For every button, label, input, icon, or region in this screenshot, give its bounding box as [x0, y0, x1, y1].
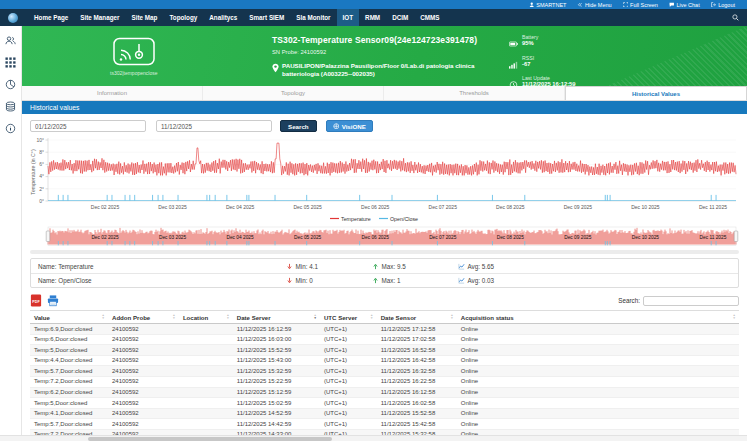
database-icon[interactable] — [5, 101, 16, 112]
sensor-sn: SN Probe: 24100592 — [272, 49, 509, 55]
scrollbar-thumb[interactable] — [88, 437, 332, 441]
rssi-info: RSSI -67 — [509, 55, 747, 73]
print-icon[interactable] — [47, 294, 59, 307]
cell-acquisition-status: Online — [457, 355, 739, 366]
svg-text:6°: 6° — [39, 161, 44, 167]
utility-hide-menu[interactable]: Hide Menu — [577, 2, 611, 8]
stats-row: Name: TemperatureMin: 4.1Max: 9.5Avg: 5.… — [31, 259, 738, 273]
app-logo[interactable] — [8, 13, 18, 23]
stat-name: Name: Temperature — [38, 263, 286, 270]
cell-date-sensor: 11/12/2025 16:32:58 — [377, 366, 457, 377]
cell-acquisition-status: Online — [457, 345, 739, 356]
search-button[interactable]: Search — [280, 120, 317, 132]
nav-item-iot[interactable]: IOT — [337, 9, 360, 26]
filter-row: Search VisiONE — [30, 120, 739, 132]
nav-item-dcim[interactable]: DCIM — [386, 9, 414, 26]
svg-text:Dec 08 2025: Dec 08 2025 — [496, 204, 525, 210]
nav-item-rmm[interactable]: RMM — [359, 9, 386, 26]
cell-utc-server: (UTC+1) — [320, 408, 377, 419]
table-row[interactable]: Temp:4.1,Door:closed2410059211/12/2025 1… — [30, 408, 739, 419]
cell-addon-probe: 24100592 — [108, 355, 179, 366]
navbar-search-icon[interactable] — [732, 14, 739, 21]
svg-text:Dec 02 2025: Dec 02 2025 — [91, 235, 119, 240]
table-header-row: Value▴▾Addon Probe▴▾Location▴▾Date Serve… — [30, 311, 739, 324]
date-from-input[interactable] — [30, 120, 146, 132]
device-box: ts302|tempopenclose — [22, 26, 272, 86]
tab-historical-values[interactable]: Historical Values — [565, 86, 747, 100]
utility-smartnet[interactable]: SMARTNET — [529, 2, 567, 8]
nav-item-smart-siem[interactable]: Smart SIEM — [243, 9, 290, 26]
svg-text:Temperature: Temperature — [341, 216, 371, 222]
cell-utc-server: (UTC+1) — [320, 355, 377, 366]
col-header-acquisition-status[interactable]: Acquisition status▴▾ — [457, 311, 739, 324]
sensor-header: ts302|tempopenclose TS302-Temperature Se… — [22, 26, 747, 86]
horizontal-scrollbar[interactable] — [0, 435, 747, 441]
table-row[interactable]: Temp:6.9,Door:closed2410059211/12/2025 1… — [30, 324, 739, 335]
nav-item-sla-monitor[interactable]: Sla Monitor — [290, 9, 336, 26]
cell-utc-server: (UTC+1) — [320, 345, 377, 356]
cell-value: Temp:7.2,Door:closed — [30, 376, 108, 387]
table-row[interactable]: Temp:6,Door:closed2410059211/12/2025 16:… — [30, 334, 739, 345]
cell-date-server: 11/12/2025 15:02:59 — [233, 398, 320, 409]
svg-text:Dec 11 2025: Dec 11 2025 — [700, 235, 727, 240]
temperature-chart[interactable]: 10°8°6°4°2°0°Temperature (in C°)Dec 02 2… — [30, 136, 739, 224]
svg-text:Dec 05 2025: Dec 05 2025 — [293, 204, 322, 210]
table-row[interactable]: Temp:6.2,Door:closed2410059211/12/2025 1… — [30, 387, 739, 398]
cell-date-server: 11/12/2025 14:42:59 — [233, 419, 320, 430]
utility-logout[interactable]: Logout — [711, 2, 735, 8]
users-icon[interactable] — [5, 35, 16, 46]
utility-live-chat[interactable]: Live Chat — [669, 2, 700, 8]
col-header-date-sensor[interactable]: Date Sensor▴▾ — [377, 311, 457, 324]
export-pdf-icon[interactable]: PDF — [30, 294, 42, 307]
nav-item-home-page[interactable]: Home Page — [28, 9, 74, 26]
col-header-location[interactable]: Location▴▾ — [179, 311, 233, 324]
utility-full-screen[interactable]: Full Screen — [623, 2, 658, 8]
table-controls: PDF Search: — [30, 294, 739, 307]
nav-item-site-map[interactable]: Site Map — [126, 9, 164, 26]
cell-value: Temp:5,Door:closed — [30, 345, 108, 356]
cell-date-server: 11/12/2025 15:32:59 — [233, 366, 320, 377]
svg-text:Dec 04 2025: Dec 04 2025 — [226, 204, 255, 210]
visione-button[interactable]: VisiONE — [326, 120, 373, 132]
cell-date-server: 11/12/2025 16:12:59 — [233, 324, 320, 335]
tab-thresholds[interactable]: Thresholds — [384, 86, 565, 100]
table-row[interactable]: Temp:5,Door:closed2410059211/12/2025 15:… — [30, 398, 739, 409]
utility-label: Logout — [718, 2, 735, 8]
max-arrow-icon — [372, 277, 379, 284]
date-to-input[interactable] — [156, 120, 272, 132]
table-row[interactable]: Temp:5.7,Door:closed2410059211/12/2025 1… — [30, 419, 739, 430]
section-bar: Historical values — [22, 101, 747, 114]
nav-item-topology[interactable]: Topology — [163, 9, 203, 26]
info-icon[interactable] — [5, 123, 16, 134]
rssi-label: RSSI — [522, 55, 534, 61]
battery-value: 95% — [522, 40, 538, 47]
sort-icon: ▴▾ — [102, 314, 104, 319]
svg-text:Dec 07 2025: Dec 07 2025 — [429, 204, 458, 210]
nav-item-cmms[interactable]: CMMS — [414, 9, 445, 26]
cell-date-sensor: 11/12/2025 16:02:58 — [377, 398, 457, 409]
table-search-input[interactable] — [643, 296, 739, 306]
tab-information[interactable]: Information — [22, 86, 203, 100]
location-text: PAUSILIPON/Palazzina Pausilipon/Floor 0/… — [282, 62, 507, 79]
table-row[interactable]: Temp:7.2,Door:closed2410059211/12/2025 1… — [30, 376, 739, 387]
grid-icon[interactable] — [5, 57, 16, 68]
sensor-location: PAUSILIPON/Palazzina Pausilipon/Floor 0/… — [272, 62, 507, 79]
cell-value: Temp:6.2,Door:closed — [30, 387, 108, 398]
cell-value: Temp:4.4,Door:closed — [30, 355, 108, 366]
nav-item-analitycs[interactable]: Analitycs — [203, 9, 243, 26]
svg-text:Dec 10 2025: Dec 10 2025 — [631, 204, 660, 210]
tab-topology[interactable]: Topology — [203, 86, 384, 100]
col-header-date-server[interactable]: Date Server▴▾ — [233, 311, 320, 324]
pie-chart-icon[interactable] — [5, 79, 16, 90]
navigator-scrollbar[interactable] — [30, 250, 739, 254]
table-row[interactable]: Temp:4.4,Door:closed2410059211/12/2025 1… — [30, 355, 739, 366]
col-header-value[interactable]: Value▴▾ — [30, 311, 108, 324]
col-header-addon-probe[interactable]: Addon Probe▴▾ — [108, 311, 179, 324]
cell-value: Temp:4.1,Door:closed — [30, 408, 108, 419]
chart-navigator[interactable]: Dec 02 2025Dec 03 2025Dec 04 2025Dec 05 … — [30, 225, 739, 247]
table-row[interactable]: Temp:5.7,Door:closed2410059211/12/2025 1… — [30, 366, 739, 377]
table-row[interactable]: Temp:5,Door:closed2410059211/12/2025 15:… — [30, 345, 739, 356]
cell-location — [179, 366, 233, 377]
nav-item-site-manager[interactable]: Site Manager — [74, 9, 125, 26]
col-header-utc-server[interactable]: UTC Server▴▾ — [320, 311, 377, 324]
